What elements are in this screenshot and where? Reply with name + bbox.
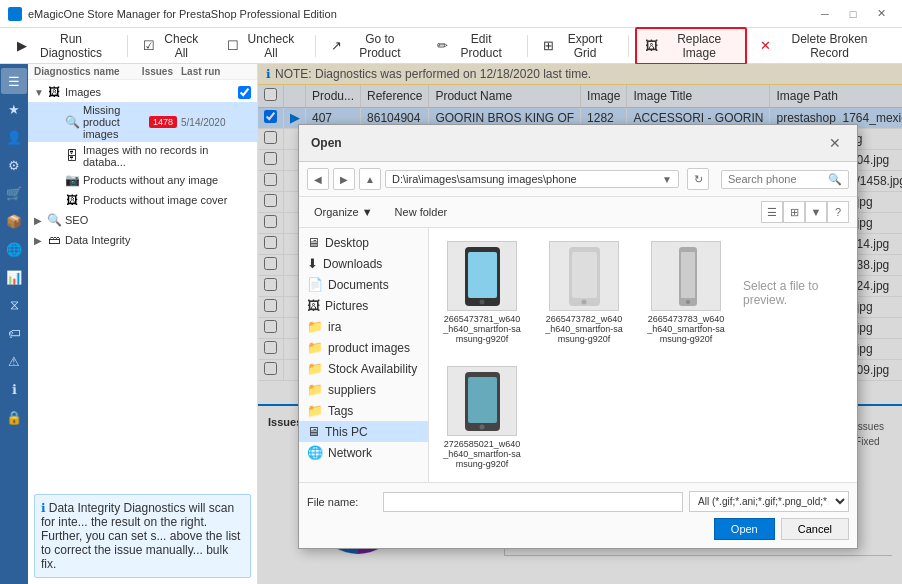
- file-item-1[interactable]: 2665473781_w640_h640_smartfon-samsung-g9…: [437, 236, 527, 349]
- sidebar-item-products[interactable]: 📦: [1, 208, 27, 234]
- tree-item-images-group[interactable]: ▼ 🖼 Images: [28, 82, 257, 102]
- minimize-button[interactable]: ─: [812, 4, 838, 24]
- column-headers: Diagnostics name Issues Last run: [28, 64, 257, 80]
- cancel-button[interactable]: Cancel: [781, 518, 849, 540]
- list-view-button[interactable]: ☰: [761, 201, 783, 223]
- view-options-button[interactable]: ▼: [805, 201, 827, 223]
- sidebar-desktop[interactable]: 🖥 Desktop: [299, 232, 428, 253]
- forward-button[interactable]: ▶: [333, 168, 355, 190]
- details-view-button[interactable]: ⊞: [783, 201, 805, 223]
- col-name-header: Diagnostics name: [34, 66, 123, 77]
- col-issues-header: Issues: [123, 66, 173, 77]
- sidebar-item-shop[interactable]: 🛒: [1, 180, 27, 206]
- export-grid-button[interactable]: ⊞ Export Grid: [534, 28, 623, 64]
- sidebar-downloads[interactable]: ⬇ Downloads: [299, 253, 428, 274]
- sidebar-item-settings[interactable]: ⚙: [1, 152, 27, 178]
- sidebar-tags[interactable]: 📁 Tags: [299, 400, 428, 421]
- documents-icon: 📄: [307, 277, 323, 292]
- filetype-select[interactable]: All (*.gif;*.ani;*.gif;*.png_old;*...: [689, 491, 849, 512]
- sidebar-item-star[interactable]: ★: [1, 96, 27, 122]
- tree-item-no-cover[interactable]: 🖼 Products without image cover: [28, 190, 257, 210]
- dialog-title-text: Open: [311, 136, 825, 150]
- left-sidebar: ☰ ★ 👤 ⚙ 🛒 📦 🌐 📊 ⧖ 🏷 ⚠ ℹ 🔒: [0, 64, 28, 584]
- file-thumb-3: [651, 241, 721, 311]
- new-folder-button[interactable]: New folder: [388, 203, 455, 221]
- open-button[interactable]: Open: [714, 518, 775, 540]
- images-group-checkbox[interactable]: [238, 86, 251, 99]
- view-buttons: ☰ ⊞ ▼ ?: [761, 201, 849, 223]
- goto-icon: ↗: [331, 38, 342, 53]
- tree-item-seo-group[interactable]: ▶ 🔍 SEO: [28, 210, 257, 230]
- delete-broken-button[interactable]: ✕ Delete Broken Record: [751, 28, 894, 64]
- svg-rect-11: [468, 377, 497, 423]
- refresh-button[interactable]: ↻: [687, 168, 709, 190]
- uncheck-all-button[interactable]: ☐ Uncheck All: [218, 28, 310, 64]
- tree-item-missing-images[interactable]: 🔍 Missing product images 1478 5/14/2020: [28, 102, 257, 142]
- sidebar-item-info[interactable]: ℹ: [1, 376, 27, 402]
- tree-item-data-integrity-group[interactable]: ▶ 🗃 Data Integrity: [28, 230, 257, 250]
- sidebar-ira[interactable]: 📁 ira: [299, 316, 428, 337]
- sidebar-item-chart[interactable]: 📊: [1, 264, 27, 290]
- desktop-icon: 🖥: [307, 235, 320, 250]
- file-name-2: 2665473782_w640_h640_smartfon-samsung-g9…: [544, 314, 624, 344]
- maximize-button[interactable]: □: [840, 4, 866, 24]
- dialog-close-button[interactable]: ✕: [825, 133, 845, 153]
- sidebar-suppliers[interactable]: 📁 suppliers: [299, 379, 428, 400]
- replace-image-button[interactable]: 🖼 Replace Image: [635, 27, 747, 65]
- path-dropdown-icon[interactable]: ▼: [662, 174, 672, 185]
- file-name-1: 2665473781_w640_h640_smartfon-samsung-g9…: [442, 314, 522, 344]
- replace-icon: 🖼: [645, 38, 658, 53]
- close-button[interactable]: ✕: [868, 4, 894, 24]
- go-to-product-button[interactable]: ↗ Go to Product: [322, 28, 423, 64]
- back-button[interactable]: ◀: [307, 168, 329, 190]
- tree-item-no-image[interactable]: 📷 Products without any image: [28, 170, 257, 190]
- sidebar-product-images[interactable]: 📁 product images: [299, 337, 428, 358]
- check-all-button[interactable]: ☑ Check All: [134, 28, 214, 64]
- diagnostics-panel: Diagnostics name Issues Last run ▼ 🖼 Ima…: [28, 64, 258, 584]
- dialog-sidebar: 🖥 Desktop ⬇ Downloads 📄 Documents 🖼: [299, 228, 429, 482]
- search-input[interactable]: [728, 173, 828, 185]
- dialog-overlay: Open ✕ ◀ ▶ ▲ D:\ira\images\samsung image…: [258, 64, 902, 584]
- files-and-preview: 2665473781_w640_h640_smartfon-samsung-g9…: [429, 228, 857, 482]
- export-icon: ⊞: [543, 38, 554, 53]
- dialog-body: 🖥 Desktop ⬇ Downloads 📄 Documents 🖼: [299, 228, 857, 482]
- sidebar-pictures[interactable]: 🖼 Pictures: [299, 295, 428, 316]
- path-bar[interactable]: D:\ira\images\samsung images\phone ▼: [385, 170, 679, 188]
- up-button[interactable]: ▲: [359, 168, 381, 190]
- sidebar-item-globe[interactable]: 🌐: [1, 236, 27, 262]
- filename-input[interactable]: [383, 492, 683, 512]
- sidebar-item-filter[interactable]: ⧖: [1, 292, 27, 318]
- edit-product-button[interactable]: ✏ Edit Product: [428, 28, 521, 64]
- file-thumb-4: [447, 366, 517, 436]
- check-all-icon: ☑: [143, 38, 155, 53]
- suppliers-icon: 📁: [307, 382, 323, 397]
- sidebar-this-pc[interactable]: 🖥 This PC: [299, 421, 428, 442]
- missing-badge: 1478: [149, 116, 177, 128]
- sidebar-item-warning[interactable]: ⚠: [1, 348, 27, 374]
- organize-button[interactable]: Organize ▼: [307, 203, 380, 221]
- help-button[interactable]: ?: [827, 201, 849, 223]
- dialog-bottom: File name: All (*.gif;*.ani;*.gif;*.png_…: [299, 482, 857, 548]
- sidebar-item-lock[interactable]: 🔒: [1, 404, 27, 430]
- run-diagnostics-button[interactable]: ▶ Run Diagnostics: [8, 28, 121, 64]
- file-item-3[interactable]: 2665473783_w640_h640_smartfon-samsung-g9…: [641, 236, 731, 349]
- sidebar-item-tag[interactable]: 🏷: [1, 320, 27, 346]
- sidebar-stock[interactable]: 📁 Stock Availability: [299, 358, 428, 379]
- file-name-4: 2726585021_w640_h640_smartfon-samsung-g9…: [442, 439, 522, 469]
- open-file-dialog: Open ✕ ◀ ▶ ▲ D:\ira\images\samsung image…: [298, 124, 858, 549]
- sidebar-item-menu[interactable]: ☰: [1, 68, 27, 94]
- sidebar-network[interactable]: 🌐 Network: [299, 442, 428, 463]
- file-item-4[interactable]: 2726585021_w640_h640_smartfon-samsung-g9…: [437, 361, 527, 474]
- preview-area: Select a file to preview.: [743, 236, 849, 349]
- window-controls: ─ □ ✕: [812, 4, 894, 24]
- search-bar[interactable]: 🔍: [721, 170, 849, 189]
- svg-rect-2: [468, 252, 497, 298]
- tree-item-no-records[interactable]: 🗄 Images with no records in databa...: [28, 142, 257, 170]
- separator-3: [527, 35, 528, 57]
- sidebar-documents[interactable]: 📄 Documents: [299, 274, 428, 295]
- dialog-action-buttons: Open Cancel: [307, 518, 849, 540]
- file-item-2[interactable]: 2665473782_w640_h640_smartfon-samsung-g9…: [539, 236, 629, 349]
- sidebar-item-user[interactable]: 👤: [1, 124, 27, 150]
- svg-point-9: [686, 300, 690, 304]
- missing-lastrun: 5/14/2020: [181, 117, 251, 128]
